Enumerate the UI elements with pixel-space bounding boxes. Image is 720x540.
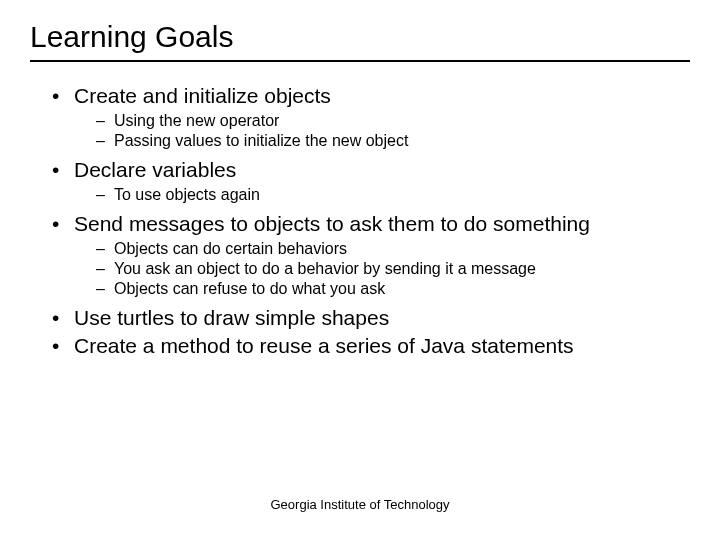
sub-list: Objects can do certain behaviors You ask… xyxy=(74,240,690,298)
bullet-text: Declare variables xyxy=(74,158,236,181)
sub-item: Objects can do certain behaviors xyxy=(96,240,690,258)
list-item: Create a method to reuse a series of Jav… xyxy=(52,334,690,358)
sub-item: Objects can refuse to do what you ask xyxy=(96,280,690,298)
bullet-text: Send messages to objects to ask them to … xyxy=(74,212,590,235)
sub-list: Using the new operator Passing values to… xyxy=(74,112,690,150)
sub-item: To use objects again xyxy=(96,186,690,204)
list-item: Use turtles to draw simple shapes xyxy=(52,306,690,330)
footer-text: Georgia Institute of Technology xyxy=(0,497,720,512)
list-item: Declare variables To use objects again xyxy=(52,158,690,204)
list-item: Create and initialize objects Using the … xyxy=(52,84,690,150)
bullet-text: Create and initialize objects xyxy=(74,84,331,107)
sub-list: To use objects again xyxy=(74,186,690,204)
bullet-list: Create and initialize objects Using the … xyxy=(30,84,690,358)
list-item: Send messages to objects to ask them to … xyxy=(52,212,690,298)
bullet-text: Use turtles to draw simple shapes xyxy=(74,306,389,329)
slide-title: Learning Goals xyxy=(30,20,690,62)
bullet-text: Create a method to reuse a series of Jav… xyxy=(74,334,574,357)
sub-item: Using the new operator xyxy=(96,112,690,130)
sub-item: You ask an object to do a behavior by se… xyxy=(96,260,690,278)
sub-item: Passing values to initialize the new obj… xyxy=(96,132,690,150)
